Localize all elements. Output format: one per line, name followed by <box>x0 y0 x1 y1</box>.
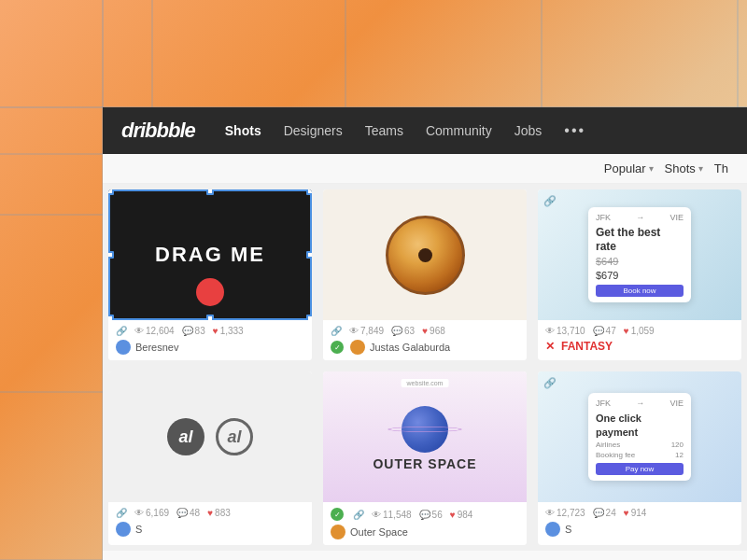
eye-icon: 👁 <box>545 326 555 336</box>
fantasy-label[interactable]: FANTASY <box>561 340 613 353</box>
travel-from: JFK <box>596 213 611 222</box>
popular-filter[interactable]: Popular ▾ <box>604 161 654 175</box>
shots-filter[interactable]: Shots ▾ <box>665 161 703 175</box>
handle-mr[interactable] <box>306 251 312 259</box>
eye-icon: 👁 <box>372 510 381 520</box>
eye-icon: 👁 <box>134 508 144 518</box>
likes-stat: ♥ 1,059 <box>624 326 655 336</box>
pro-badge: ✓ <box>331 341 344 354</box>
outer-space-title: OUTER SPACE <box>373 457 476 471</box>
shot-stats-al: 🔗 👁 6,169 💬 48 ♥ 883 <box>116 508 304 518</box>
travel-to: VIE <box>669 213 684 222</box>
handle-ml[interactable] <box>108 251 114 259</box>
heart-icon: ♥ <box>213 326 218 336</box>
payment-link-icon: 🔗 <box>543 377 557 389</box>
view-count: 13,710 <box>557 326 585 336</box>
travel-title: Get the best rate <box>596 226 684 253</box>
views-stat: 👁 6,169 <box>134 508 169 518</box>
comments-stat: 💬 63 <box>391 326 415 336</box>
comment-icon: 💬 <box>593 508 604 518</box>
shots-grid: DRAG ME 🔗 👁 12,604 💬 83 <box>103 184 747 551</box>
nav-jobs[interactable]: Jobs <box>514 123 543 138</box>
link-icon: 🔗 <box>353 510 364 520</box>
author-name[interactable]: Justas Galaburda <box>370 342 450 353</box>
comments-stat: 💬 48 <box>176 508 200 518</box>
like-count: 914 <box>631 508 647 518</box>
shot-author-drag-me: Beresnev <box>116 340 304 355</box>
like-count: 1,059 <box>631 326 655 336</box>
shot-stats-travel: 👁 13,710 💬 47 ♥ 1,059 <box>545 326 734 336</box>
shot-card-payment[interactable]: 🔗 JFK → VIE One click payment Airlines 1… <box>538 371 741 545</box>
comment-count: 24 <box>606 508 616 518</box>
payment-card: JFK → VIE One click payment Airlines 120… <box>588 393 691 481</box>
handle-br[interactable] <box>306 315 312 320</box>
travel-price-crossed: $649 <box>596 256 684 267</box>
author-avatar <box>331 525 345 539</box>
shot-meta-travel: 👁 13,710 💬 47 ♥ 1,059 ✕ <box>538 320 741 358</box>
comment-icon: 💬 <box>182 326 193 336</box>
drag-cursor-icon <box>196 278 224 306</box>
pay-arrow: → <box>636 399 644 408</box>
shot-stats-outer-space: ✓ 🔗 👁 11,548 💬 56 ♥ 984 <box>331 508 519 521</box>
handle-tl[interactable] <box>108 189 114 195</box>
comments-stat: 💬 83 <box>182 326 205 336</box>
shot-thumb-al: al al <box>108 371 312 502</box>
navbar: dribbble Shots Designers Teams Community… <box>103 107 747 154</box>
handle-tr[interactable] <box>306 189 312 195</box>
nav-shots[interactable]: Shots <box>225 123 261 138</box>
handle-bl[interactable] <box>108 315 114 320</box>
author-avatar <box>116 522 131 537</box>
comment-count: 83 <box>195 326 205 336</box>
handle-bc[interactable] <box>206 315 214 320</box>
shot-card-outer-space[interactable]: website.com OUTER SPACE ✓ 🔗 👁 11,548 <box>323 371 527 545</box>
shot-thumb-payment: 🔗 JFK → VIE One click payment Airlines 1… <box>538 371 741 502</box>
nav-designers[interactable]: Designers <box>284 123 343 138</box>
likes-stat: ♥ 883 <box>207 508 231 518</box>
shot-stats-drag-me: 🔗 👁 12,604 💬 83 ♥ 1,333 <box>116 326 304 336</box>
comment-icon: 💬 <box>391 326 402 336</box>
shot-author-travel: ✕ FANTASY <box>545 340 734 353</box>
shot-card-travel[interactable]: 🔗 JFK → VIE Get the best rate $649 $679 … <box>538 189 741 360</box>
link-icon: 🔗 <box>116 508 127 518</box>
nav-teams[interactable]: Teams <box>365 123 403 138</box>
shot-stats-vinyl: 🔗 👁 7,849 💬 63 ♥ 968 <box>331 326 519 336</box>
payment-row2: Booking fee 12 <box>596 451 684 459</box>
nav-community[interactable]: Community <box>426 123 492 138</box>
author-name[interactable]: S <box>565 524 571 535</box>
heart-icon: ♥ <box>624 326 629 336</box>
shot-thumb-travel: 🔗 JFK → VIE Get the best rate $649 $679 … <box>538 189 741 320</box>
view-count: 6,169 <box>146 508 169 518</box>
al-logo-outline: al <box>216 418 253 455</box>
comment-icon: 💬 <box>593 326 604 336</box>
shot-card-al[interactable]: al al 🔗 👁 6,169 💬 48 <box>108 371 312 545</box>
shot-card-vinyl[interactable]: 🔗 👁 7,849 💬 63 ♥ 968 <box>323 189 527 360</box>
author-name[interactable]: Beresnev <box>135 342 178 353</box>
payment-cta-btn[interactable]: Pay now <box>596 463 684 475</box>
travel-arrow: → <box>636 213 644 222</box>
shot-meta-al: 🔗 👁 6,169 💬 48 ♥ 883 <box>108 502 312 542</box>
author-name[interactable]: S <box>135 524 142 535</box>
comment-icon: 💬 <box>419 510 430 520</box>
shot-meta-payment: 👁 12,723 💬 24 ♥ 914 <box>538 502 741 542</box>
os-site-bar: website.com <box>402 379 449 387</box>
likes-stat: ♥ 914 <box>624 508 647 518</box>
views-stat: 👁 11,548 <box>372 510 412 520</box>
like-count: 984 <box>458 510 473 520</box>
link-icon: 🔗 <box>116 326 127 336</box>
vinyl-center <box>418 248 432 262</box>
browser-content: dribbble Shots Designers Teams Community… <box>103 107 747 560</box>
travel-cta-btn[interactable]: Book now <box>596 285 684 297</box>
author-name[interactable]: Outer Space <box>350 526 408 538</box>
popular-arrow-icon: ▾ <box>649 163 654 174</box>
handle-tc[interactable] <box>206 189 214 195</box>
views-stat: 👁 13,710 <box>545 326 585 336</box>
shot-card-drag-me[interactable]: DRAG ME 🔗 👁 12,604 💬 83 <box>108 189 312 360</box>
comment-count: 63 <box>404 326 415 336</box>
view-count: 7,849 <box>360 326 384 336</box>
time-filter[interactable]: Th <box>714 161 728 175</box>
pro-badge: ✓ <box>331 508 344 521</box>
dribbble-logo[interactable]: dribbble <box>121 119 195 143</box>
nav-more[interactable]: ••• <box>564 122 585 139</box>
shot-author-vinyl: ✓ Justas Galaburda <box>331 340 519 355</box>
shots-arrow-icon: ▾ <box>698 163 703 174</box>
